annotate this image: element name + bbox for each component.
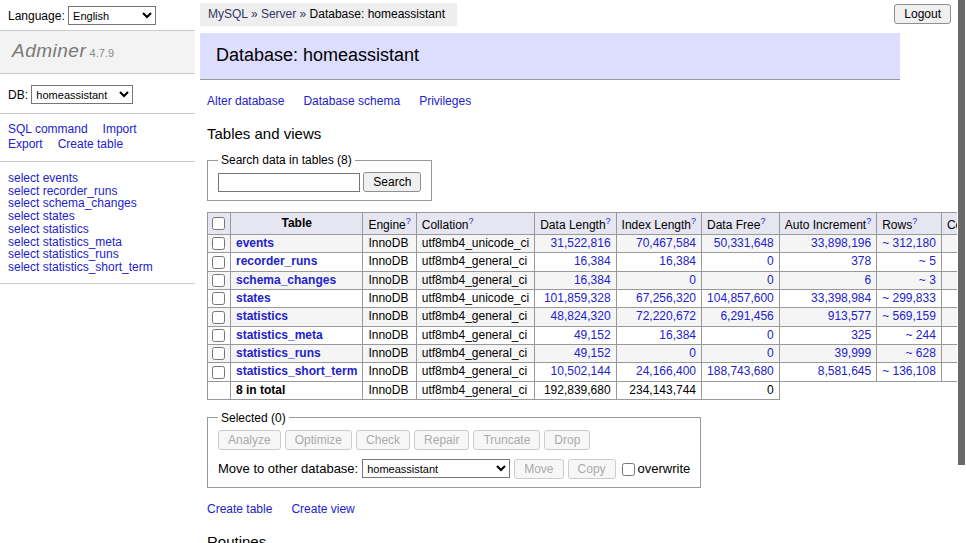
index_length-70-467-584[interactable]: 70,467,584 xyxy=(636,236,696,250)
language-select[interactable]: English xyxy=(68,6,156,25)
data_free-104-857-600[interactable]: 104,857,600 xyxy=(707,291,774,305)
scrollbar-thumb[interactable] xyxy=(958,0,965,465)
data_length-10-502-144[interactable]: 10,502,144 xyxy=(551,364,611,378)
row-checkbox-statistics-runs[interactable] xyxy=(212,347,225,360)
rows-136-108[interactable]: ~ 136,108 xyxy=(882,364,936,378)
table-states[interactable]: states xyxy=(236,291,271,305)
row-checkbox-states[interactable] xyxy=(212,292,225,305)
sidebar-actions: SQL commandImportExportCreate table xyxy=(0,114,195,161)
overwrite-label[interactable]: overwrite xyxy=(638,461,691,476)
index_length-24-166-400[interactable]: 24,166,400 xyxy=(636,364,696,378)
select-all-checkbox[interactable] xyxy=(212,217,225,230)
row-checkbox-statistics-meta[interactable] xyxy=(212,329,225,342)
index_length-0[interactable]: 0 xyxy=(689,273,696,287)
optimize-button[interactable]: Optimize xyxy=(285,430,352,450)
repair-button[interactable]: Repair xyxy=(414,430,469,450)
row-checkbox-statistics[interactable] xyxy=(212,311,225,324)
help-link-data-length[interactable]: ? xyxy=(606,216,611,226)
cell-engine: InnoDB xyxy=(363,271,416,289)
index_length-0[interactable]: 0 xyxy=(689,346,696,360)
sidebar-action-create-table[interactable]: Create table xyxy=(58,137,123,151)
data_length-48-824-320[interactable]: 48,824,320 xyxy=(551,309,611,323)
adminer-logo: Adminer 4.7.9 xyxy=(0,30,195,74)
rows-244[interactable]: ~ 244 xyxy=(906,328,936,342)
breadcrumb-mysql[interactable]: MySQL xyxy=(208,7,248,21)
column-header-table: Table xyxy=(281,216,311,230)
auto_increment-378[interactable]: 378 xyxy=(851,254,871,268)
index_length-72-220-672[interactable]: 72,220,672 xyxy=(636,309,696,323)
breadcrumb-server[interactable]: Server xyxy=(261,7,296,21)
data_free-6-291-456[interactable]: 6,291,456 xyxy=(720,309,773,323)
data_free-50-331-648[interactable]: 50,331,648 xyxy=(714,236,774,250)
link-privileges[interactable]: Privileges xyxy=(419,94,471,108)
truncate-button[interactable]: Truncate xyxy=(473,430,540,450)
sidebar-action-export[interactable]: Export xyxy=(8,137,43,151)
analyze-button[interactable]: Analyze xyxy=(218,430,281,450)
copy-button[interactable]: Copy xyxy=(568,459,616,479)
rows-299-833[interactable]: ~ 299,833 xyxy=(882,291,936,305)
row-checkbox-events[interactable] xyxy=(212,237,225,250)
logout-button[interactable]: Logout xyxy=(894,4,951,24)
table-statistics-runs[interactable]: statistics_runs xyxy=(236,346,321,360)
help-link-index-length[interactable]: ? xyxy=(691,216,696,226)
link-create-view[interactable]: Create view xyxy=(291,502,354,516)
data_length-31-522-816[interactable]: 31,522,816 xyxy=(551,236,611,250)
help-link-data-free[interactable]: ? xyxy=(760,216,765,226)
search-button[interactable]: Search xyxy=(363,172,421,192)
help-link-collation[interactable]: ? xyxy=(468,216,473,226)
table-recorder-runs[interactable]: recorder_runs xyxy=(236,254,317,268)
link-alter-database[interactable]: Alter database xyxy=(207,94,284,108)
table-row-schema-changes: schema_changesInnoDButf8mb4_general_ci16… xyxy=(208,271,966,289)
help-link-rows[interactable]: ? xyxy=(912,216,917,226)
row-checkbox-schema-changes[interactable] xyxy=(212,274,225,287)
auto_increment-8-581-645[interactable]: 8,581,645 xyxy=(818,364,871,378)
drop-button[interactable]: Drop xyxy=(544,430,590,450)
table-statistics-meta[interactable]: statistics_meta xyxy=(236,328,323,342)
sidebar-select-statistics-short-term[interactable]: select statistics_short_term xyxy=(8,260,153,274)
rows-628[interactable]: ~ 628 xyxy=(906,346,936,360)
auto_increment-6[interactable]: 6 xyxy=(864,273,871,287)
data_free-0[interactable]: 0 xyxy=(767,346,774,360)
auto_increment-913-577[interactable]: 913,577 xyxy=(828,309,871,323)
table-events[interactable]: events xyxy=(236,236,274,250)
index_length-67-256-320[interactable]: 67,256,320 xyxy=(636,291,696,305)
table-statistics-short-term[interactable]: statistics_short_term xyxy=(236,364,357,378)
overwrite-checkbox[interactable] xyxy=(622,463,635,476)
data_free-0[interactable]: 0 xyxy=(767,273,774,287)
sidebar-action-sql-command[interactable]: SQL command xyxy=(8,122,88,136)
help-link-engine[interactable]: ? xyxy=(406,216,411,226)
auto_increment-33-898-196[interactable]: 33,898,196 xyxy=(811,236,871,250)
rows-3[interactable]: ~ 3 xyxy=(919,273,936,287)
row-checkbox-recorder-runs[interactable] xyxy=(212,256,225,269)
data_free-188-743-680[interactable]: 188,743,680 xyxy=(707,364,774,378)
link-create-table[interactable]: Create table xyxy=(207,502,272,516)
rows-569-159[interactable]: ~ 569,159 xyxy=(882,309,936,323)
table-schema-changes[interactable]: schema_changes xyxy=(236,273,336,287)
data_free-0[interactable]: 0 xyxy=(767,328,774,342)
scrollbar-track[interactable] xyxy=(957,0,966,543)
check-button[interactable]: Check xyxy=(356,430,410,450)
search-input[interactable] xyxy=(218,173,360,192)
link-database-schema[interactable]: Database schema xyxy=(303,94,400,108)
data_length-16-384[interactable]: 16,384 xyxy=(574,254,611,268)
data_length-16-384[interactable]: 16,384 xyxy=(574,273,611,287)
sidebar-action-import[interactable]: Import xyxy=(103,122,137,136)
db-select[interactable]: homeassistant xyxy=(31,85,133,104)
rows-312-180[interactable]: ~ 312,180 xyxy=(882,236,936,250)
move-db-select[interactable]: homeassistant xyxy=(362,459,510,478)
auto_increment-33-398-984[interactable]: 33,398,984 xyxy=(811,291,871,305)
index_length-16-384[interactable]: 16,384 xyxy=(659,254,696,268)
row-checkbox-statistics-short-term[interactable] xyxy=(212,366,225,379)
help-link-auto-increment[interactable]: ? xyxy=(866,216,871,226)
cell-engine: InnoDB xyxy=(363,344,416,362)
table-statistics[interactable]: statistics xyxy=(236,309,288,323)
auto_increment-325[interactable]: 325 xyxy=(851,328,871,342)
auto_increment-39-999[interactable]: 39,999 xyxy=(834,346,871,360)
move-button[interactable]: Move xyxy=(514,459,563,479)
data_length-101-859-328[interactable]: 101,859,328 xyxy=(544,291,611,305)
data_free-0[interactable]: 0 xyxy=(767,254,774,268)
data_length-49-152[interactable]: 49,152 xyxy=(574,346,611,360)
data_length-49-152[interactable]: 49,152 xyxy=(574,328,611,342)
rows-5[interactable]: ~ 5 xyxy=(919,254,936,268)
index_length-16-384[interactable]: 16,384 xyxy=(659,328,696,342)
